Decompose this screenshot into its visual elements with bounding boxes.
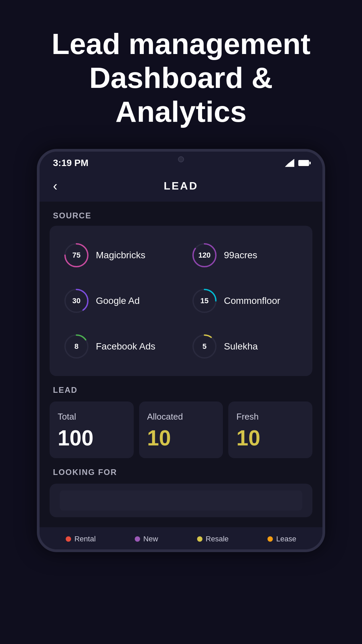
resale-dot [197, 536, 202, 542]
lead-fresh-value: 10 [236, 427, 304, 449]
legend-item-rental: Rental [66, 535, 96, 543]
page-title: Lead management Dashboard & Analytics [20, 27, 342, 129]
status-time: 3:19 PM [53, 158, 88, 168]
source-item-commonfloor[interactable]: 15 Commonfloor [181, 278, 309, 324]
circle-badge-99acres: 120 [191, 242, 218, 269]
app-header: ‹ LEAD [40, 172, 322, 202]
legend-item-new: New [135, 535, 158, 543]
source-card: 75 Magicbricks 120 99acres [50, 226, 312, 376]
app-title: LEAD [164, 180, 198, 192]
lease-dot [267, 536, 273, 542]
rental-label: Rental [74, 535, 96, 543]
resale-label: Resale [206, 535, 229, 543]
lead-total-value: 100 [58, 427, 126, 449]
lead-section-label: LEAD [50, 376, 312, 400]
source-grid: 75 Magicbricks 120 99acres [53, 232, 309, 369]
lead-allocated-value: 10 [147, 427, 215, 449]
source-section-label: SOURCE [50, 202, 312, 226]
new-label: New [143, 535, 158, 543]
lead-total-label: Total [58, 412, 126, 422]
looking-for-card [50, 484, 312, 517]
circle-badge-facebookads: 8 [63, 333, 90, 360]
lead-grid: Total 100 Allocated 10 Fresh 10 [50, 401, 312, 458]
circle-badge-sulekha: 5 [191, 333, 218, 360]
source-item-facebookads[interactable]: 8 Facebook Ads [53, 324, 181, 369]
rental-dot [66, 536, 71, 542]
source-item-99acres[interactable]: 120 99acres [181, 232, 309, 278]
circle-badge-commonfloor: 15 [191, 287, 218, 314]
legend-bar: Rental New Resale Lease [40, 527, 322, 549]
legend-item-resale: Resale [197, 535, 229, 543]
lead-card-fresh[interactable]: Fresh 10 [228, 401, 312, 458]
lead-allocated-label: Allocated [147, 412, 215, 422]
battery-icon [298, 160, 309, 166]
app-content: SOURCE 75 Magicbricks [40, 202, 322, 527]
source-item-magicbricks[interactable]: 75 Magicbricks [53, 232, 181, 278]
new-dot [135, 536, 140, 542]
lease-label: Lease [276, 535, 296, 543]
phone-frame: 3:19 PM ‹ LEAD SOURCE 75 [37, 149, 325, 552]
legend-item-lease: Lease [267, 535, 296, 543]
page-header: Lead management Dashboard & Analytics [0, 0, 362, 149]
lead-card-total[interactable]: Total 100 [50, 401, 134, 458]
camera-notch [178, 156, 184, 162]
status-icons [285, 159, 309, 167]
circle-badge-magicbricks: 75 [63, 242, 90, 269]
back-button[interactable]: ‹ [53, 178, 57, 194]
signal-icon [285, 159, 294, 167]
source-item-sulekha[interactable]: 5 Sulekha [181, 324, 309, 369]
lead-fresh-label: Fresh [236, 412, 304, 422]
looking-for-label: LOOKING FOR [50, 458, 312, 482]
lead-card-allocated[interactable]: Allocated 10 [139, 401, 223, 458]
source-item-googlead[interactable]: 30 Google Ad [53, 278, 181, 324]
circle-badge-googlead: 30 [63, 287, 90, 314]
